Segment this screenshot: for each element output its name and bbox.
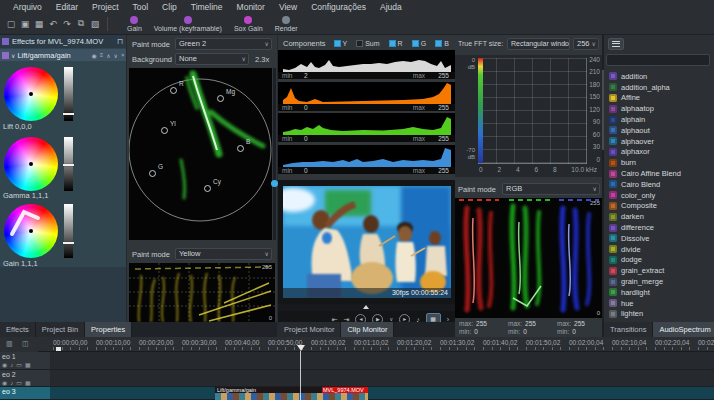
checkbox-icon[interactable] <box>356 40 363 47</box>
transition-list-item[interactable]: darken <box>604 211 714 222</box>
gamma-slider[interactable] <box>64 137 73 191</box>
vectorscope-zoom-slider[interactable] <box>273 68 276 240</box>
redo-icon[interactable]: ↷ <box>60 19 74 29</box>
undo-icon[interactable]: ↶ <box>46 19 60 29</box>
search-input[interactable] <box>606 54 710 66</box>
dock-tab[interactable]: Transitions <box>604 322 653 337</box>
transition-list-item[interactable]: alphaatop <box>604 103 714 114</box>
track-header[interactable]: eo 1 ◉♪▭▦ <box>0 352 50 370</box>
transition-list-item[interactable]: hue <box>604 298 714 309</box>
move-up-icon[interactable]: ∧ <box>106 52 110 59</box>
fft-size-select[interactable]: 256 <box>573 38 599 50</box>
menu-item[interactable]: Clip <box>155 2 184 12</box>
menu-item[interactable]: Tool <box>126 2 156 12</box>
transition-list-item[interactable]: grain_extract <box>604 265 714 276</box>
menu-item[interactable]: Ajuda <box>373 2 409 12</box>
component-checkbox[interactable]: B <box>435 40 449 47</box>
track-hide-icon[interactable]: ◉ <box>2 380 10 386</box>
seek-position-icon[interactable] <box>363 305 369 309</box>
menu-item[interactable]: Configurações <box>304 2 373 12</box>
track-header[interactable]: eo 2 ◉♪▭▦ <box>0 370 50 388</box>
menu-item[interactable]: Editar <box>49 2 85 12</box>
timeline-tool-icon[interactable]: ▥ <box>6 340 13 348</box>
monitor-tab[interactable]: Project Monitor <box>278 322 341 337</box>
move-down-icon[interactable]: ∨ <box>114 52 118 59</box>
transition-list-item[interactable]: divide <box>604 244 714 255</box>
playhead-handle[interactable] <box>297 345 305 351</box>
vectorscope-paint-mode-select[interactable]: Green 2 <box>175 38 272 50</box>
lift-slider[interactable] <box>64 67 73 121</box>
preset-icon[interactable]: ◉ <box>91 52 96 59</box>
gamma-color-wheel[interactable] <box>4 137 58 191</box>
transition-list-item[interactable]: alphaout <box>604 125 714 136</box>
component-checkbox[interactable]: R <box>389 40 403 47</box>
transition-list-item[interactable]: burn <box>604 157 714 168</box>
menu-icon[interactable]: ≡ <box>100 52 104 58</box>
timeline-zone-marker[interactable] <box>56 347 61 351</box>
checkbox-icon[interactable] <box>412 40 419 47</box>
chevron-down-icon[interactable]: ∨ <box>11 52 15 59</box>
toolbar-action-button[interactable]: Gain <box>127 16 142 32</box>
transition-list-item[interactable]: lighten <box>604 309 714 320</box>
track-composite-icon[interactable]: ▦ <box>25 380 34 386</box>
transition-list-item[interactable]: Dissolve <box>604 233 714 244</box>
monitor-seek-bar[interactable] <box>278 304 455 311</box>
component-checkbox[interactable]: Sum <box>356 40 379 47</box>
open-icon[interactable]: ▣ <box>18 19 32 29</box>
dock-tab[interactable]: Project Bin <box>36 322 85 337</box>
track-header[interactable]: eo 3 <box>0 387 50 400</box>
dock-tab[interactable]: AudioSpectrum <box>653 322 714 337</box>
save-icon[interactable]: ▦ <box>32 19 46 29</box>
transition-list-item[interactable]: alphain <box>604 114 714 125</box>
toolbar-action-button[interactable]: Render <box>275 16 298 32</box>
menu-item[interactable]: Timeline <box>184 2 230 12</box>
transition-list-item[interactable]: difference <box>604 222 714 233</box>
hamburger-menu-button[interactable] <box>608 38 624 50</box>
menu-item[interactable]: Arquivo <box>6 2 49 12</box>
lift-color-wheel[interactable] <box>4 67 58 121</box>
dock-tab[interactable]: Properties <box>85 322 132 337</box>
gain-slider[interactable] <box>64 204 73 258</box>
menu-item[interactable]: Monitor <box>230 2 272 12</box>
paste-icon[interactable]: ▧ <box>88 19 102 29</box>
track-composite-icon[interactable]: ▦ <box>25 362 34 368</box>
transition-list-item[interactable]: alphaover <box>604 136 714 147</box>
transition-list-item[interactable]: Affine <box>604 93 714 104</box>
track-lane[interactable] <box>50 387 714 400</box>
effect-header-row[interactable]: ∨ Lift/gamma/gain ◉ ≡ ∧ ∨ × <box>0 49 126 61</box>
checkbox-icon[interactable] <box>334 40 341 47</box>
menu-item[interactable]: View <box>272 2 304 12</box>
track-lock-icon[interactable]: ▭ <box>16 362 25 368</box>
track-lock-icon[interactable]: ▭ <box>16 380 25 386</box>
track-lane[interactable] <box>50 352 714 370</box>
vectorscope-background-select[interactable]: None <box>175 53 249 65</box>
transition-list-item[interactable]: color_only <box>604 190 714 201</box>
timeline-clip[interactable]: Lift/gamma/gain MVL_9974.MOV <box>215 387 368 400</box>
fft-window-select[interactable]: Rectangular window <box>507 38 570 50</box>
gain-color-wheel[interactable] <box>4 204 58 258</box>
parade-paint-mode-select[interactable]: RGB <box>502 183 600 195</box>
pin-icon[interactable]: ⊓ <box>114 37 126 46</box>
transition-list-item[interactable]: Cairo Blend <box>604 179 714 190</box>
timeline-tool-icon[interactable]: ◫ <box>22 340 29 348</box>
transition-list-item[interactable]: grain_merge <box>604 276 714 287</box>
new-icon[interactable]: ▢ <box>4 19 18 29</box>
transition-list-item[interactable]: Cairo Affine Blend <box>604 168 714 179</box>
track-lane[interactable] <box>50 370 714 388</box>
monitor-tab[interactable]: Clip Monitor <box>341 322 394 337</box>
checkbox-icon[interactable] <box>435 40 442 47</box>
menu-item[interactable]: Project <box>85 2 125 12</box>
transition-list-item[interactable]: addition_alpha <box>604 82 714 93</box>
toolbar-action-button[interactable]: Sox Gain <box>234 16 263 32</box>
transition-list-item[interactable]: hardlight <box>604 287 714 298</box>
toolbar-action-button[interactable]: Volume (keyframable) <box>154 16 222 32</box>
component-checkbox[interactable]: Y <box>334 40 348 47</box>
transition-list-item[interactable]: addition <box>604 71 714 82</box>
waveform-paint-mode-select[interactable]: Yellow <box>175 248 272 260</box>
component-checkbox[interactable]: G <box>412 40 426 47</box>
dock-tab[interactable]: Effects <box>0 322 36 337</box>
slider-handle[interactable] <box>271 180 278 187</box>
timeline-ruler[interactable]: 00:00:00,0000:00:10,0000:00:20,0000:00:3… <box>38 337 714 352</box>
close-icon[interactable]: × <box>121 52 125 58</box>
transition-list-item[interactable]: dodge <box>604 255 714 266</box>
